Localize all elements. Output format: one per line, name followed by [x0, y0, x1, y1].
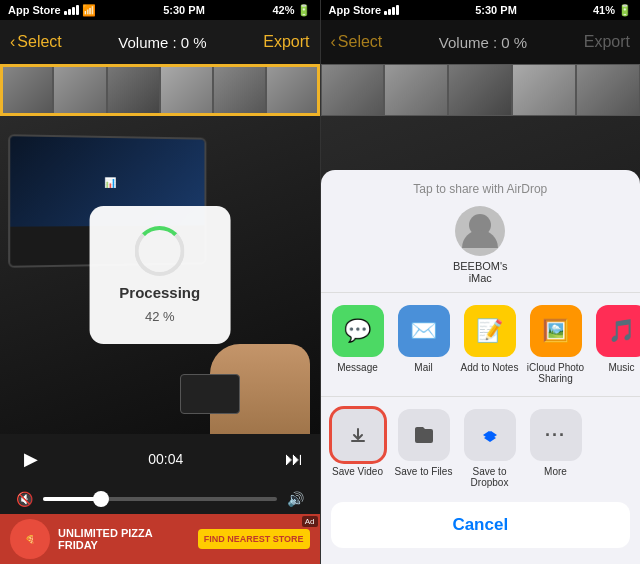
play-button[interactable]: ▶: [16, 444, 46, 474]
share-app-music[interactable]: 🎵 Music: [593, 305, 641, 384]
share-app-icloud[interactable]: 🖼️ iCloud Photo Sharing: [527, 305, 585, 384]
left-status-time: 5:30 PM: [163, 4, 205, 16]
share-app-notes[interactable]: 📝 Add to Notes: [461, 305, 519, 384]
processing-overlay: Processing 42 %: [89, 206, 230, 344]
music-label: Music: [608, 362, 634, 373]
message-icon: 💬: [332, 305, 384, 357]
playback-controls: ▶ 00:04 ⏭: [0, 434, 320, 484]
ad-badge: Ad: [302, 516, 318, 527]
right-chevron-left-icon: ‹: [331, 33, 336, 51]
notes-label: Add to Notes: [461, 362, 519, 373]
mail-icon: ✉️: [398, 305, 450, 357]
right-export-button: Export: [584, 33, 630, 51]
share-action-save-video[interactable]: Save Video: [329, 409, 387, 488]
left-export-button[interactable]: Export: [263, 33, 309, 51]
right-status-battery: 41% 🔋: [593, 4, 632, 17]
right-back-button[interactable]: ‹ Select: [331, 33, 383, 51]
left-back-button[interactable]: ‹ Select: [10, 33, 62, 51]
film-thumb-3[interactable]: [107, 64, 160, 116]
film-thumb-4[interactable]: [160, 64, 213, 116]
left-nav-bar: ‹ Select Volume : 0 % Export: [0, 20, 320, 64]
airdrop-avatar: [455, 206, 505, 256]
right-status-time: 5:30 PM: [475, 4, 517, 16]
right-status-carrier: App Store: [329, 4, 400, 16]
right-signal-bars: [384, 5, 399, 15]
save-video-icon: [332, 409, 384, 461]
cancel-button[interactable]: Cancel: [331, 502, 631, 548]
pizza-logo: 🍕: [10, 519, 50, 559]
volume-mute-icon[interactable]: 🔇: [16, 491, 33, 507]
film-thumb-2[interactable]: [53, 64, 106, 116]
chevron-left-icon: ‹: [10, 33, 15, 51]
dropbox-icon: [464, 409, 516, 461]
signal-bars: [64, 5, 79, 15]
avatar-body: [462, 230, 498, 248]
processing-spinner: [135, 226, 185, 276]
left-status-battery: 42% 🔋: [272, 4, 311, 17]
airdrop-section: Tap to share with AirDrop BEEBOM'siMac: [321, 170, 641, 293]
right-panel: App Store 5:30 PM 41% 🔋 ‹ Select Volume …: [321, 0, 641, 564]
left-filmstrip: [0, 64, 320, 116]
share-apps-row: 💬 Message ✉️ Mail 📝 Add to Notes 🖼️ iClo…: [321, 293, 641, 397]
processing-label: Processing: [119, 284, 200, 301]
airdrop-person[interactable]: BEEBOM'siMac: [337, 206, 625, 284]
volume-track[interactable]: [43, 497, 277, 501]
share-app-message[interactable]: 💬 Message: [329, 305, 387, 384]
processing-percent: 42 %: [145, 309, 175, 324]
save-files-label: Save to Files: [395, 466, 453, 477]
message-label: Message: [337, 362, 378, 373]
share-action-save-files[interactable]: Save to Files: [395, 409, 453, 488]
share-action-dropbox[interactable]: Save to Dropbox: [461, 409, 519, 488]
left-panel: App Store 📶 5:30 PM 42% 🔋 ‹ Select Volum…: [0, 0, 320, 564]
pizza-title: UNLIMITED PIZZA FRIDAY: [58, 527, 190, 551]
share-actions-row: Save Video Save to Files: [321, 397, 641, 496]
right-nav-bar: ‹ Select Volume : 0 % Export: [321, 20, 641, 64]
share-app-mail[interactable]: ✉️ Mail: [395, 305, 453, 384]
right-status-bar: App Store 5:30 PM 41% 🔋: [321, 0, 641, 20]
icloud-label: iCloud Photo Sharing: [527, 362, 585, 384]
airdrop-person-name: BEEBOM'siMac: [453, 260, 508, 284]
left-video-area: 📊 Processing 42 %: [0, 116, 320, 434]
time-display: 00:04: [148, 451, 183, 467]
left-status-bar: App Store 📶 5:30 PM 42% 🔋: [0, 0, 320, 20]
volume-thumb[interactable]: [93, 491, 109, 507]
left-nav-title: Volume : 0 %: [118, 34, 206, 51]
mail-label: Mail: [414, 362, 432, 373]
save-video-label: Save Video: [332, 466, 383, 477]
notes-icon: 📝: [464, 305, 516, 357]
right-nav-title: Volume : 0 %: [439, 34, 527, 51]
more-label: More: [544, 466, 567, 477]
volume-bar: 🔇 🔊: [0, 484, 320, 514]
more-icon: ···: [530, 409, 582, 461]
share-sheet: Tap to share with AirDrop BEEBOM'siMac 💬…: [321, 170, 641, 564]
share-action-more[interactable]: ··· More: [527, 409, 585, 488]
dropbox-label: Save to Dropbox: [461, 466, 519, 488]
film-thumb-1[interactable]: [0, 64, 53, 116]
airdrop-label: Tap to share with AirDrop: [337, 182, 625, 196]
right-filmstrip: [321, 64, 641, 116]
film-thumb-5[interactable]: [213, 64, 266, 116]
pizza-text-area: UNLIMITED PIZZA FRIDAY: [50, 527, 198, 551]
left-status-carrier: App Store 📶: [8, 4, 96, 17]
icloud-icon: 🖼️: [530, 305, 582, 357]
skip-button[interactable]: ⏭: [285, 449, 303, 470]
pizza-ad[interactable]: 🍕 UNLIMITED PIZZA FRIDAY FIND NEAREST ST…: [0, 514, 320, 564]
volume-up-icon[interactable]: 🔊: [287, 491, 304, 507]
pizza-cta-button[interactable]: FIND NEAREST STORE: [198, 529, 310, 549]
film-thumb-6[interactable]: [266, 64, 319, 116]
save-files-icon: [398, 409, 450, 461]
music-icon: 🎵: [596, 305, 641, 357]
